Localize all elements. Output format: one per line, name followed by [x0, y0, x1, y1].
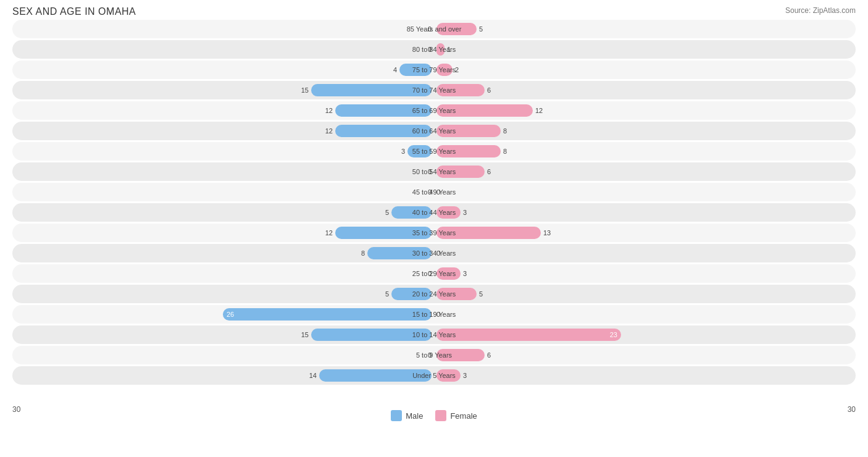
right-side: 0 [434, 183, 856, 201]
bar-female [436, 125, 501, 137]
right-side: 3 [434, 264, 856, 283]
val-male: 4 [393, 66, 397, 73]
chart-row: 3 55 to 59 Years 8 [12, 142, 856, 161]
chart-title: SEX AND AGE IN OMAHA [12, 6, 856, 17]
legend-female-label: Female [450, 411, 477, 421]
bar-male [391, 206, 432, 219]
bar-male [367, 247, 432, 259]
right-side: 5 [434, 285, 856, 303]
axis-right: 30 [848, 405, 856, 421]
chart-row: 0 50 to 54 Years 6 [12, 162, 856, 181]
chart-row: 0 5 to 9 Years 6 [12, 346, 856, 364]
bar-female [436, 267, 461, 280]
val-female: 3 [463, 209, 467, 216]
val-female: 3 [463, 270, 467, 277]
val-female: 3 [463, 372, 467, 379]
left-side: 15 [12, 325, 434, 344]
chart-row: 12 65 to 69 Years 12 [12, 101, 856, 120]
val-male: 12 [325, 127, 333, 135]
chart-row: 14 Under 5 Years 3 [12, 366, 856, 385]
val-male: 14 [309, 372, 317, 379]
chart-row: 5 40 to 44 Years 3 [12, 203, 856, 222]
axis-labels: 30 Male Female 30 [12, 405, 856, 421]
right-side: 13 [434, 224, 856, 242]
left-side: 8 [12, 244, 434, 262]
val-female-zero: 0 [436, 311, 440, 318]
val-female-zero: 0 [436, 188, 440, 196]
left-side: 12 [12, 101, 434, 120]
legend-female: Female [435, 410, 477, 421]
source-label: Source: ZipAtlas.com [785, 6, 856, 15]
bar-female [436, 227, 541, 239]
bar-female [436, 166, 485, 178]
val-male: 15 [301, 331, 309, 338]
right-side: 23 [434, 325, 856, 344]
left-side: 0 [12, 346, 434, 364]
bar-female [436, 349, 485, 361]
right-side: 8 [434, 142, 856, 161]
legend-male: Male [391, 410, 423, 421]
right-side: 6 [434, 81, 856, 99]
left-side: 3 [12, 142, 434, 161]
chart-row: 5 20 to 24 Years 5 [12, 285, 856, 303]
chart-row: 8 30 to 34 Years 0 [12, 244, 856, 262]
val-male-zero: 0 [428, 168, 432, 175]
chart-row: 0 80 to 84 Years 1 [12, 40, 856, 59]
bar-male [335, 227, 432, 239]
bar-female [436, 43, 444, 56]
right-side: 1 [434, 40, 856, 59]
val-male: 5 [385, 290, 389, 298]
left-side: 0 [12, 162, 434, 181]
val-female: 12 [535, 107, 543, 114]
chart-row: 15 10 to 14 Years 23 [12, 325, 856, 344]
bar-male [311, 329, 432, 341]
bar-male [407, 145, 432, 157]
axis-left: 30 [12, 405, 20, 421]
left-side: 0 [12, 20, 434, 38]
right-side: 0 [434, 305, 856, 324]
left-side: 15 [12, 81, 434, 99]
left-side: 0 [12, 264, 434, 283]
val-female: 5 [479, 290, 483, 298]
val-female: 8 [503, 127, 507, 135]
chart-row: 12 35 to 39 Years 13 [12, 224, 856, 242]
left-side: 0 [12, 40, 434, 59]
bar-male [319, 369, 432, 382]
right-side: 12 [434, 101, 856, 120]
bar-female [436, 104, 533, 117]
val-male: 12 [325, 107, 333, 114]
right-side: 5 [434, 20, 856, 38]
chart-row: 15 70 to 74 Years 6 [12, 81, 856, 99]
left-side: 4 [12, 61, 434, 79]
val-male-inside: 26 [227, 311, 234, 318]
chart-container: SEX AND AGE IN OMAHA Source: ZipAtlas.co… [0, 0, 868, 457]
chart-row: 4 75 to 79 Years 2 [12, 61, 856, 79]
chart-row: 12 60 to 64 Years 8 [12, 122, 856, 140]
val-female-zero: 0 [436, 249, 440, 257]
left-side: 5 [12, 203, 434, 222]
left-side: 12 [12, 224, 434, 242]
bar-female [436, 84, 485, 96]
chart-row: 26 15 to 19 Years 0 [12, 305, 856, 324]
bar-male [311, 84, 432, 96]
bar-male [335, 104, 432, 117]
right-side: 3 [434, 203, 856, 222]
legend-male-label: Male [406, 411, 423, 421]
val-female: 8 [503, 148, 507, 155]
val-female: 6 [487, 351, 491, 359]
chart-row: 0 85 Years and over 5 [12, 20, 856, 38]
bar-female [436, 23, 477, 35]
bar-male: 26 [223, 308, 432, 321]
bar-male [391, 288, 432, 300]
bar-male [335, 125, 432, 137]
val-female: 6 [487, 168, 491, 175]
bar-female: 23 [436, 329, 621, 341]
chart-row: 0 25 to 29 Years 3 [12, 264, 856, 283]
val-female: 5 [479, 25, 483, 33]
right-side: 6 [434, 162, 856, 181]
left-side: 5 [12, 285, 434, 303]
val-male: 3 [401, 148, 405, 155]
right-side: 2 [434, 61, 856, 79]
legend-female-box [435, 410, 446, 421]
val-male-zero: 0 [428, 46, 432, 53]
